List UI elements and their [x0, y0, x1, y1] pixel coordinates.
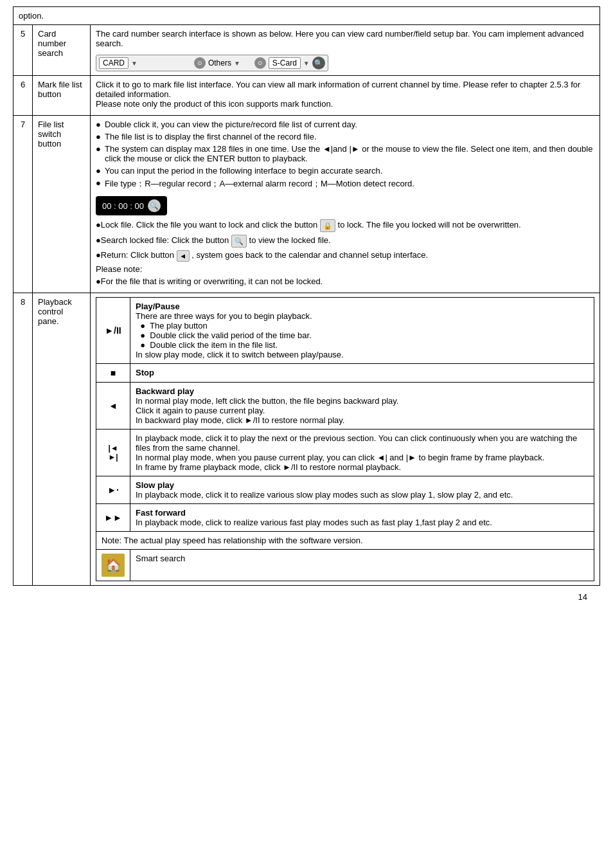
- fast-title: Fast forward: [136, 508, 186, 518]
- playback-row-stop: ■ Stop: [96, 364, 594, 383]
- card-label: CARD: [99, 57, 129, 69]
- card-dropdown-arrow[interactable]: ▼: [131, 60, 138, 67]
- timecode-search-icon[interactable]: 🔍: [148, 199, 161, 212]
- card-search-btn[interactable]: 🔍: [312, 57, 325, 69]
- row-7-after-4: ●For the file that is writing or overwri…: [96, 276, 594, 286]
- frame-desc: In playback mode, click it to play the n…: [136, 433, 577, 472]
- card-icon2: ⊙: [254, 57, 266, 69]
- row-8-content: ►/II Play/Pause There are three ways for…: [91, 293, 600, 586]
- row-8-label: Playback control pane.: [33, 293, 91, 586]
- row-5: 5 Card number search The card number sea…: [13, 25, 600, 76]
- others-dropdown-arrow[interactable]: ▼: [234, 60, 240, 67]
- lock-icon: 🔒: [320, 219, 335, 232]
- smart-search-content: Smart search: [130, 550, 594, 581]
- play-desc: There are three ways for you to begin pl…: [136, 311, 344, 359]
- card-icon1: ⊙: [194, 57, 206, 69]
- main-table: option. 5 Card number search The card nu…: [13, 6, 600, 586]
- search-locked-icon: 🔍: [231, 235, 247, 248]
- row-6-label: Mark file list button: [33, 76, 91, 116]
- backward-symbol[interactable]: ◄: [96, 383, 130, 429]
- row-8: 8 Playback control pane. ►/II Play/Pause…: [13, 293, 600, 586]
- row-7-after-0: ●Lock file. Click the file you want to l…: [96, 219, 594, 232]
- card-separator1: [140, 58, 191, 68]
- row-5-num: 5: [13, 25, 33, 76]
- slow-desc: In playback mode, click it to realize va…: [136, 490, 513, 500]
- stop-title: Stop: [136, 368, 154, 377]
- smart-search-icon: 🏠: [102, 554, 125, 577]
- smart-search-row: 🏠 Smart search: [96, 550, 594, 581]
- row-6-content: Click it to go to mark file list interfa…: [91, 76, 600, 116]
- row-8-num: 8: [13, 293, 33, 586]
- backward-title: Backward play: [136, 386, 194, 396]
- scard-dropdown-arrow[interactable]: ▼: [303, 60, 310, 67]
- card-bar[interactable]: CARD ▼ ⊙ Others ▼ ⊙ S-Card ▼ 🔍: [96, 55, 328, 71]
- row-6-desc: Click it to go to mark file list interfa…: [96, 80, 594, 109]
- row-5-label: Card number search: [33, 25, 91, 76]
- row-6: 6 Mark file list button Click it to go t…: [13, 76, 600, 116]
- row-6-num: 6: [13, 76, 33, 116]
- timecode-bar: 00 : 00 : 00 🔍: [96, 196, 167, 215]
- slow-content: Slow play In playback mode, click it to …: [130, 476, 594, 504]
- playback-row-backward: ◄ Backward play In normal play mode, lef…: [96, 383, 594, 429]
- fast-symbol[interactable]: ►►: [96, 504, 130, 532]
- slow-title: Slow play: [136, 480, 174, 490]
- playback-row-slow: ►· Slow play In playback mode, click it …: [96, 476, 594, 504]
- stop-content: Stop: [130, 364, 594, 383]
- timecode-text: 00 : 00 : 00: [102, 201, 144, 211]
- page-number: 14: [13, 586, 600, 602]
- playback-note-row: Note: The actual play speed has relation…: [96, 532, 594, 550]
- row-7-please-note: Please note:: [96, 264, 594, 274]
- playback-note-cell: Note: The actual play speed has relation…: [96, 532, 594, 550]
- row-7-after-1: ●Search locked file: Click the button 🔍 …: [96, 235, 594, 248]
- row-7-bullet-0: Double click it, you can view the pictur…: [96, 120, 594, 129]
- playback-row-frame: |◄►| In playback mode, click it to play …: [96, 429, 594, 476]
- smart-search-label: Smart search: [136, 554, 185, 563]
- return-icon: ◄: [177, 250, 190, 262]
- fast-content: Fast forward In playback mode, click to …: [130, 504, 594, 532]
- row-7-bullet-3: You can input the period in the followin…: [96, 166, 594, 176]
- playback-table: ►/II Play/Pause There are three ways for…: [96, 297, 594, 581]
- play-symbol[interactable]: ►/II: [96, 298, 130, 364]
- row-7: 7 File list switch button Double click i…: [13, 116, 600, 293]
- row-7-bullets: Double click it, you can view the pictur…: [96, 120, 594, 190]
- scard-label: S-Card: [269, 57, 301, 69]
- backward-desc: In normal play mode, left click the butt…: [136, 396, 398, 425]
- play-title: Play/Pause: [136, 302, 180, 311]
- play-content: Play/Pause There are three ways for you …: [130, 298, 594, 364]
- playback-row-fast: ►► Fast forward In playback mode, click …: [96, 504, 594, 532]
- slow-symbol[interactable]: ►·: [96, 476, 130, 504]
- others-label: Others: [208, 59, 231, 68]
- playback-note: Note: The actual play speed has relation…: [102, 536, 363, 545]
- row-7-content: Double click it, you can view the pictur…: [91, 116, 600, 293]
- row-7-num: 7: [13, 116, 33, 293]
- stop-symbol[interactable]: ■: [96, 364, 130, 383]
- row-7-label: File list switch button: [33, 116, 91, 293]
- card-separator2: [243, 58, 252, 68]
- option-text: option.: [19, 11, 44, 21]
- row-7-bullet-1: The file list is to display the first ch…: [96, 132, 594, 141]
- smart-search-symbol[interactable]: 🏠: [96, 550, 130, 581]
- backward-content: Backward play In normal play mode, left …: [130, 383, 594, 429]
- option-cell: option.: [13, 7, 600, 25]
- option-row: option.: [13, 7, 600, 25]
- frame-content: In playback mode, click it to play the n…: [130, 429, 594, 476]
- row-7-bullet-2: The system can display max 128 files in …: [96, 144, 594, 163]
- row-5-content: The card number search interface is show…: [91, 25, 600, 76]
- fast-desc: In playback mode, click to realize vario…: [136, 518, 492, 527]
- frame-symbol[interactable]: |◄►|: [96, 429, 130, 476]
- row-5-desc: The card number search interface is show…: [96, 29, 594, 48]
- row-7-bullet-4: File type：R—regular record；A—external al…: [96, 178, 594, 190]
- playback-row-play: ►/II Play/Pause There are three ways for…: [96, 298, 594, 364]
- row-7-after-2: ●Return: Click button ◄ , system goes ba…: [96, 250, 594, 262]
